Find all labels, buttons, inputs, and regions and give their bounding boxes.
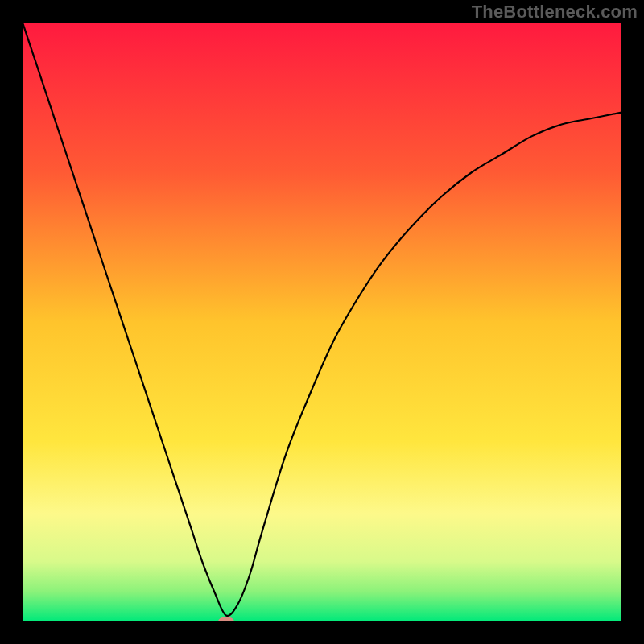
- chart-frame: TheBottleneck.com: [0, 0, 644, 644]
- watermark-label: TheBottleneck.com: [472, 2, 638, 23]
- bottleneck-chart: [23, 23, 621, 621]
- plot-area: [23, 23, 621, 621]
- gradient-background: [23, 23, 621, 621]
